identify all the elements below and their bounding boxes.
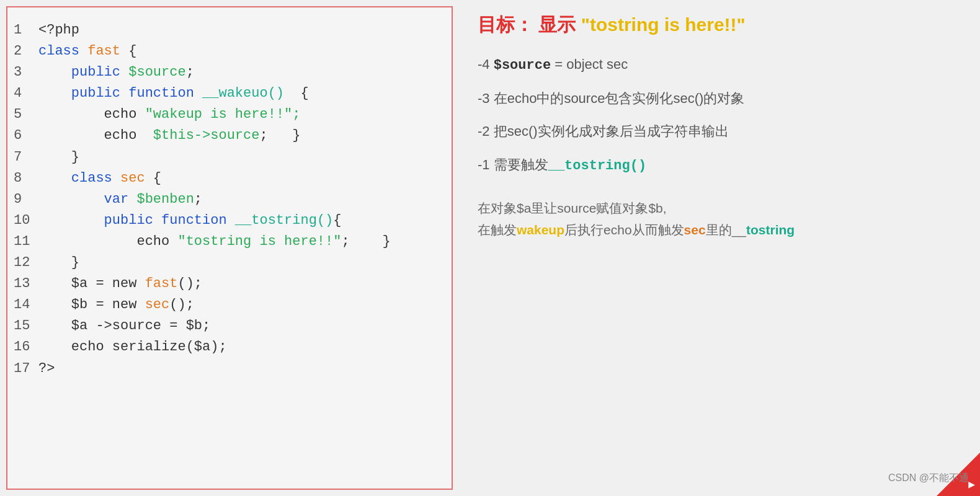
code-line: 7 } (14, 147, 445, 168)
line-number: 2 (14, 41, 38, 62)
step-4-source: $source (494, 58, 551, 73)
bottom-line1: 在对象$a里让source赋值对象$b, (478, 197, 961, 219)
line-number: 3 (14, 62, 38, 83)
line-number: 1 (14, 20, 38, 41)
play-icon[interactable]: ▶ (968, 477, 975, 491)
code-line: 15 $a ->source = $b; (14, 316, 445, 337)
goal-title: 目标： 显示 "tostring is here!!" (478, 12, 961, 38)
step-4-num: -4 (478, 56, 494, 72)
line-number: 13 (14, 273, 38, 294)
line-content: $b = new sec(); (38, 294, 445, 316)
line-content: echo "tostring is here!!"; } (38, 231, 445, 252)
step-3-text: -3 在echo中的source包含实例化sec()的对象 (478, 91, 744, 106)
line-content: public function __tostring(){ (38, 210, 445, 231)
code-line: 1<?php (14, 20, 445, 41)
step-2-block: -2 把sec()实例化成对象后当成字符串输出 (478, 120, 961, 142)
line-number: 14 (14, 294, 38, 316)
code-line: 12 } (14, 252, 445, 273)
code-line: 14 $b = new sec(); (14, 294, 445, 316)
code-line: 9 var $benben; (14, 189, 445, 210)
line-number: 9 (14, 189, 38, 210)
line-content: echo $this->source; } (38, 125, 445, 146)
explanation-panel: 目标： 显示 "tostring is here!!" -4 $source =… (459, 0, 980, 496)
line-content: public $source; (38, 62, 445, 83)
code-line: 3 public $source; (14, 62, 445, 83)
line-content: } (38, 252, 445, 273)
bottom-tostring: tostring (746, 223, 795, 237)
line-content: echo "wakeup is here!!"; (38, 104, 445, 125)
code-line: 13 $a = new fast(); (14, 273, 445, 294)
bottom-wakeup: wakeup (517, 223, 564, 237)
bottom-mid: 后执行echo从而触发 (564, 223, 684, 237)
line-content: } (38, 147, 445, 168)
step-4-block: -4 $source = object sec (478, 53, 961, 76)
line-number: 8 (14, 168, 38, 189)
bottom-sec: sec (684, 223, 706, 237)
line-number: 6 (14, 125, 38, 146)
code-line: 8 class sec { (14, 168, 445, 189)
bottom-prefix: 在触发 (478, 223, 517, 237)
line-content: class fast { (38, 41, 445, 62)
step-1-block: -1 需要触发__tostring() (478, 154, 961, 177)
line-number: 4 (14, 83, 38, 104)
watermark-text: CSDN @不能不通 (888, 472, 969, 485)
line-content: ?> (38, 358, 445, 379)
code-line: 2class fast { (14, 41, 445, 62)
line-content: $a ->source = $b; (38, 316, 445, 337)
line-content: class sec { (38, 168, 445, 189)
line-content: echo serialize($a); (38, 337, 445, 358)
line-content: var $benben; (38, 189, 445, 210)
step-1-tostring: __tostring() (548, 158, 646, 174)
code-line: 10 public function __tostring(){ (14, 210, 445, 231)
step-4-rest: = object sec (551, 56, 628, 72)
code-panel: 1<?php2class fast {3 public $source;4 pu… (6, 6, 453, 490)
goal-string: "tostring is here!!" (581, 14, 746, 35)
goal-prefix: 目标： (478, 14, 533, 35)
bottom-mid2: 里的__ (706, 223, 746, 237)
step-1-prefix: -1 需要触发 (478, 157, 548, 172)
line-number: 15 (14, 316, 38, 337)
line-number: 11 (14, 231, 38, 252)
step-2-text: -2 把sec()实例化成对象后当成字符串输出 (478, 123, 729, 139)
line-number: 7 (14, 147, 38, 168)
code-line: 17?> (14, 358, 445, 379)
code-line: 16 echo serialize($a); (14, 337, 445, 358)
code-line: 11 echo "tostring is here!!"; } (14, 231, 445, 252)
code-line: 5 echo "wakeup is here!!"; (14, 104, 445, 125)
step-3-block: -3 在echo中的source包含实例化sec()的对象 (478, 87, 961, 109)
line-content: $a = new fast(); (38, 273, 445, 294)
line-content: public function __wakeuo() { (38, 83, 445, 104)
goal-highlight: 显示 (538, 14, 576, 35)
line-number: 17 (14, 358, 38, 379)
line-number: 16 (14, 337, 38, 358)
code-line: 6 echo $this->source; } (14, 125, 445, 146)
code-line: 4 public function __wakeuo() { (14, 83, 445, 104)
bottom-note: 在对象$a里让source赋值对象$b, 在触发wakeup后执行echo从而触… (478, 197, 961, 241)
line-number: 10 (14, 210, 38, 231)
bottom-line2: 在触发wakeup后执行echo从而触发sec里的__tostring (478, 219, 961, 241)
line-number: 12 (14, 252, 38, 273)
line-number: 5 (14, 104, 38, 125)
line-content: <?php (38, 20, 445, 41)
